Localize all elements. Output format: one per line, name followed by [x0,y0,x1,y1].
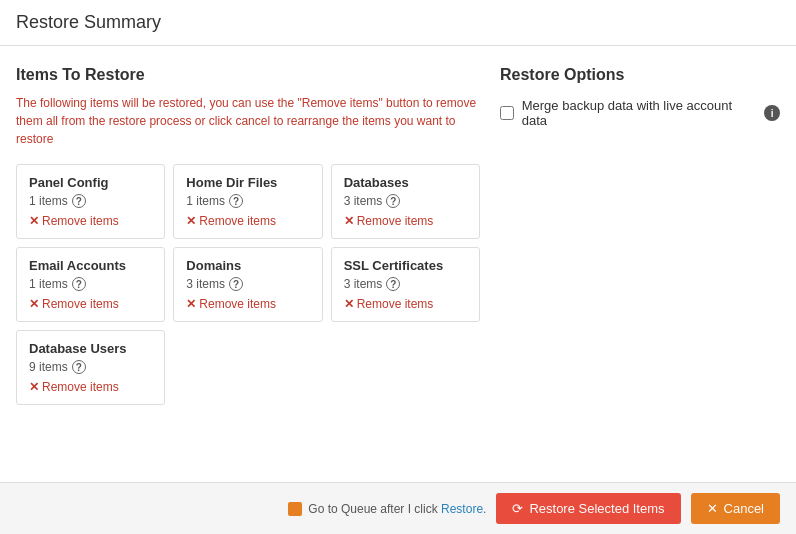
remove-link-databases[interactable]: ✕ Remove items [344,214,467,228]
queue-option: Go to Queue after I click Restore. [288,502,486,516]
help-icon-ssl[interactable]: ? [386,277,400,291]
item-count-email-accounts: 1 items ? [29,277,152,291]
cancel-x-icon: ✕ [707,501,718,516]
queue-checkbox-indicator [288,502,302,516]
left-panel: Items To Restore The following items wil… [16,66,480,405]
main-content: Items To Restore The following items wil… [0,46,796,425]
item-count-ssl: 3 items ? [344,277,467,291]
help-icon-databases[interactable]: ? [386,194,400,208]
merge-option-row: Merge backup data with live account data… [500,98,780,128]
help-icon-domains[interactable]: ? [229,277,243,291]
info-icon-merge[interactable]: i [764,105,780,121]
merge-label: Merge backup data with live account data [522,98,757,128]
page-title: Restore Summary [16,12,780,33]
remove-link-db-users[interactable]: ✕ Remove items [29,380,152,394]
refresh-icon: ⟳ [512,501,523,516]
remove-link-ssl[interactable]: ✕ Remove items [344,297,467,311]
item-count-domains: 3 items ? [186,277,309,291]
help-icon-panel-config[interactable]: ? [72,194,86,208]
item-count-panel-config: 1 items ? [29,194,152,208]
help-icon-db-users[interactable]: ? [72,360,86,374]
item-card-panel-config: Panel Config 1 items ? ✕ Remove items [16,164,165,239]
item-count-databases: 3 items ? [344,194,467,208]
item-card-email-accounts: Email Accounts 1 items ? ✕ Remove items [16,247,165,322]
remove-link-panel-config[interactable]: ✕ Remove items [29,214,152,228]
footer-bar: Go to Queue after I click Restore. ⟳ Res… [0,482,796,534]
item-title-databases: Databases [344,175,467,190]
item-card-db-users: Database Users 9 items ? ✕ Remove items [16,330,165,405]
item-title-ssl: SSL Certificates [344,258,467,273]
remove-link-home-dir[interactable]: ✕ Remove items [186,214,309,228]
item-card-home-dir: Home Dir Files 1 items ? ✕ Remove items [173,164,322,239]
right-panel: Restore Options Merge backup data with l… [500,66,780,405]
cancel-button[interactable]: ✕ Cancel [691,493,780,524]
items-to-restore-title: Items To Restore [16,66,480,84]
remove-link-email-accounts[interactable]: ✕ Remove items [29,297,152,311]
remove-link-domains[interactable]: ✕ Remove items [186,297,309,311]
item-title-email-accounts: Email Accounts [29,258,152,273]
merge-checkbox[interactable] [500,106,514,120]
queue-label: Go to Queue after I click Restore. [308,502,486,516]
page-header: Restore Summary [0,0,796,46]
restore-selected-button[interactable]: ⟳ Restore Selected Items [496,493,680,524]
item-title-home-dir: Home Dir Files [186,175,309,190]
queue-link[interactable]: Restore [441,502,483,516]
item-title-db-users: Database Users [29,341,152,356]
item-title-domains: Domains [186,258,309,273]
items-grid: Panel Config 1 items ? ✕ Remove items Ho… [16,164,480,405]
item-count-home-dir: 1 items ? [186,194,309,208]
help-icon-home-dir[interactable]: ? [229,194,243,208]
help-icon-email-accounts[interactable]: ? [72,277,86,291]
item-title-panel-config: Panel Config [29,175,152,190]
item-card-ssl: SSL Certificates 3 items ? ✕ Remove item… [331,247,480,322]
item-count-db-users: 9 items ? [29,360,152,374]
item-card-databases: Databases 3 items ? ✕ Remove items [331,164,480,239]
restore-options-title: Restore Options [500,66,780,84]
description-text: The following items will be restored, yo… [16,94,480,148]
bottom-spacer [0,425,796,485]
item-card-domains: Domains 3 items ? ✕ Remove items [173,247,322,322]
